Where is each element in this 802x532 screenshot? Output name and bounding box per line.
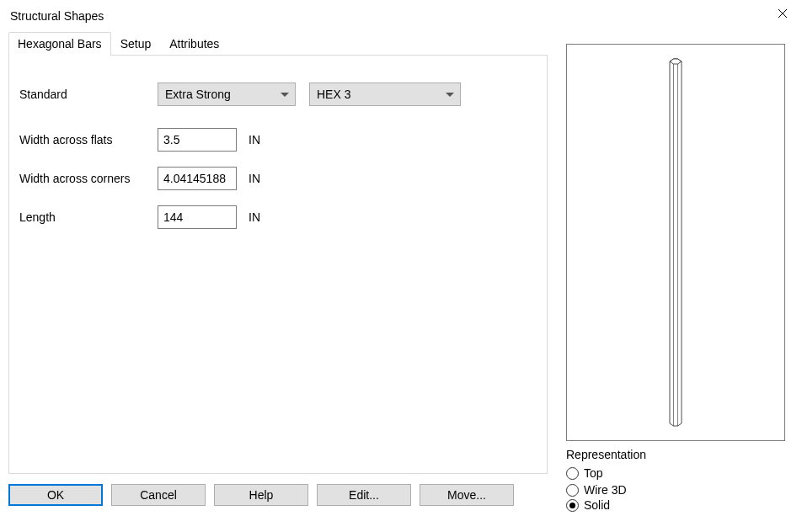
tab-attributes[interactable]: Attributes [160,32,228,56]
cancel-button[interactable]: Cancel [111,484,206,506]
radio-icon [566,499,579,512]
help-button[interactable]: Help [214,484,308,506]
tab-setup[interactable]: Setup [111,32,161,56]
radio-icon [566,484,579,497]
radio-solid[interactable]: Solid [566,498,785,512]
title-bar: Structural Shapes [0,0,802,32]
input-width-across-corners[interactable] [158,167,237,190]
unit-wac: IN [249,172,260,185]
label-standard: Standard [19,88,158,101]
edit-button[interactable]: Edit... [317,484,411,506]
label-length: Length [19,210,158,224]
close-button[interactable] [763,0,802,27]
select-hex[interactable]: HEX 3 [309,82,461,106]
select-standard[interactable]: Extra Strong [158,82,296,106]
hex-bar-preview-icon [668,57,683,428]
radio-top[interactable]: Top [566,465,785,481]
tab-hexagonal-bars[interactable]: Hexagonal Bars [8,32,111,56]
radio-solid-label: Solid [584,498,610,512]
window-title: Structural Shapes [10,9,104,23]
move-button[interactable]: Move... [420,484,514,506]
input-width-across-flats[interactable] [158,128,237,152]
representation-label: Representation [566,448,785,461]
radio-icon [566,467,579,480]
preview-pane [566,44,785,441]
radio-top-label: Top [584,466,603,480]
radio-wire3d-label: Wire 3D [584,483,627,497]
svg-marker-2 [670,59,682,426]
radio-wire3d[interactable]: Wire 3D [566,481,785,498]
ok-button[interactable]: OK [8,484,103,506]
label-width-across-flats: Width across flats [19,133,158,146]
input-length[interactable] [158,205,237,229]
tab-bar: Hexagonal Bars Setup Attributes [8,32,548,56]
unit-length: IN [249,210,260,224]
representation-group: Representation Top Wire 3D Solid [566,448,785,512]
tab-panel-hexagonal-bars: Standard Extra Strong HEX 3 Width across… [8,55,548,474]
label-width-across-corners: Width across corners [19,172,158,185]
unit-waf: IN [249,133,260,146]
close-icon [778,8,788,19]
button-row: OK Cancel Help Edit... Move... [8,484,548,506]
